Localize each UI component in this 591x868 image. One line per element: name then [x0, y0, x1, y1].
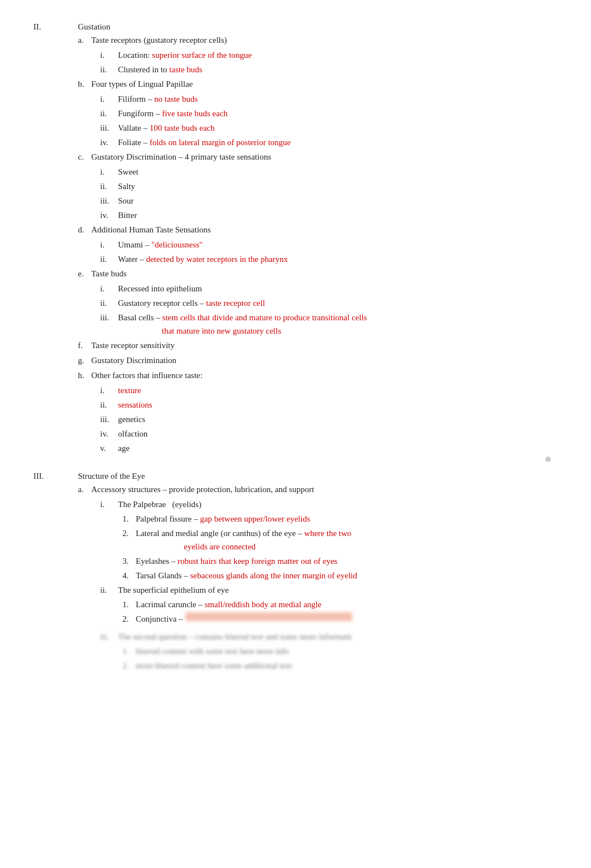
item-sour: iii. Sour [100, 194, 558, 207]
item-blurred-2: 2. more blurred content here some additi… [122, 659, 558, 672]
label-iii-a: a. [78, 483, 89, 496]
vallate-text: Vallate – 100 taste buds each [118, 121, 215, 135]
item-genetics: iii. genetics [100, 413, 558, 426]
blurred-iii-text: The second question – contains blurred t… [118, 630, 352, 643]
item-olfaction: iv. olfaction [100, 427, 558, 440]
genetics-text: genetics [118, 413, 145, 426]
item-b-text: Four types of Lingual Papillae [91, 77, 193, 91]
palpebrae-text: The Palpebrae (eyelids) [118, 498, 201, 511]
canthus-text: Lateral and medial angle (or canthus) of… [136, 527, 351, 553]
label-palpebrae: i. [100, 498, 116, 511]
label-c: c. [78, 150, 89, 163]
item-superficial: ii. The superficial epithelium of eye [100, 583, 558, 597]
label-d: d. [78, 223, 89, 236]
item-recessed: i. Recessed into epithelium [100, 282, 558, 295]
lacrimal-text: Lacrimal caruncle – small/reddish body a… [136, 598, 322, 611]
bitter-text: Bitter [118, 209, 137, 222]
roman-numeral-ii: II. [33, 22, 78, 456]
foliate-text: Foliate – folds on lateral margin of pos… [118, 136, 291, 149]
eyelashes-red: robust hairs that keep foreign matter ou… [178, 557, 337, 566]
item-g: g. Gustatory Discrimination [78, 354, 558, 367]
basal-text: Basal cells – stem cells that divide and… [118, 311, 367, 338]
item-palpebrae: i. The Palpebrae (eyelids) [100, 498, 558, 511]
item-water: ii. Water – detected by water receptors … [100, 252, 558, 266]
item-gustatory-cells: ii. Gustatory receptor cells – taste rec… [100, 296, 558, 310]
item-a1: a. Taste receptors (gustatory receptor c… [78, 33, 558, 47]
label-basal: iii. [100, 311, 116, 338]
sour-text: Sour [118, 194, 134, 207]
filiform-red: no taste buds [154, 95, 198, 103]
label-superficial: ii. [100, 583, 116, 597]
item-ii-clustered: ii. Clustered in to taste buds [100, 63, 558, 76]
section-ii: II. Gustation a. Taste receptors (gustat… [33, 22, 558, 456]
item-vallate: iii. Vallate – 100 taste buds each [100, 121, 558, 135]
label-a1: a. [78, 33, 89, 47]
item-i-location: i. Location: superior surface of the ton… [100, 48, 558, 62]
item-i-location-text: Location: superior surface of the tongue [118, 48, 252, 62]
olfaction-text: olfaction [118, 427, 147, 440]
fungiform-text: Fungiform – five taste buds each [118, 107, 228, 120]
item-e: e. Taste buds [78, 267, 558, 280]
label-blurred-2: 2. [122, 659, 134, 672]
scroll-indicator[interactable] [545, 457, 551, 462]
item-c-text: Gustatory Discrimination – 4 primary tas… [91, 150, 271, 163]
vallate-red: 100 taste buds each [150, 123, 215, 132]
item-conjunctiva: 2. Conjunctiva – [122, 612, 558, 626]
conjunctiva-blurred [185, 612, 352, 621]
item-h-text: Other factors that influence taste: [91, 369, 203, 382]
label-palf: 1. [122, 512, 134, 525]
label-bitter: iv. [100, 209, 116, 222]
label-b: b. [78, 77, 89, 91]
filiform-text: Filiform – no taste buds [118, 92, 198, 106]
label-g: g. [78, 354, 89, 367]
taste-buds-red: taste buds [169, 65, 203, 74]
label-canthus: 2. [122, 527, 134, 553]
foliate-red: folds on lateral margin of posterior ton… [150, 138, 291, 147]
item-sweet: i. Sweet [100, 165, 558, 178]
label-filiform: i. [100, 92, 116, 106]
label-texture: i. [100, 384, 116, 397]
umami-text: Umami – "deliciousness" [118, 238, 203, 251]
item-iii-a: a. Accessory structures – provide protec… [78, 483, 558, 496]
gust-cells-red: taste receptor cell [206, 299, 265, 307]
label-h: h. [78, 369, 89, 382]
label-gust-cells: ii. [100, 296, 116, 310]
item-bitter: iv. Bitter [100, 209, 558, 222]
label-sweet: i. [100, 165, 116, 178]
location-red: superior surface of the tongue [152, 51, 252, 59]
lacrimal-red: small/reddish body at medial angle [205, 600, 322, 609]
blurred-1-text: blurred content with some text here more… [136, 644, 289, 658]
age-text: age [118, 442, 130, 455]
label-blurred-iii: iii. [100, 630, 116, 643]
section-ii-title: Gustation [78, 22, 558, 32]
item-g-text: Gustatory Discrimination [91, 354, 176, 367]
item-texture: i. texture [100, 384, 558, 397]
label-water: ii. [100, 252, 116, 266]
label-fungiform: ii. [100, 107, 116, 120]
conjunctiva-text: Conjunctiva – [136, 612, 183, 626]
item-d: d. Additional Human Taste Sensations [78, 223, 558, 236]
label-tarsal: 4. [122, 569, 134, 582]
umami-red: "deliciousness" [151, 240, 203, 249]
label-recessed: i. [100, 282, 116, 295]
label-olfaction: iv. [100, 427, 116, 440]
item-eyelashes: 3. Eyelashes – robust hairs that keep fo… [122, 554, 558, 568]
label-salty: ii. [100, 180, 116, 193]
item-b: b. Four types of Lingual Papillae [78, 77, 558, 91]
item-umami: i. Umami – "deliciousness" [100, 238, 558, 251]
label-f: f. [78, 339, 89, 352]
label-lacrimal: 1. [122, 598, 134, 611]
item-blurred-iii: iii. The second question – contains blur… [100, 630, 558, 643]
label-umami: i. [100, 238, 116, 251]
item-c: c. Gustatory Discrimination – 4 primary … [78, 150, 558, 163]
item-a1-text: Taste receptors (gustatory receptor cell… [91, 33, 227, 47]
section-iii-title: Structure of the Eye [78, 472, 558, 481]
eyelashes-text: Eyelashes – robust hairs that keep forei… [136, 554, 337, 568]
label-e: e. [78, 267, 89, 280]
item-canthus: 2. Lateral and medial angle (or canthus)… [122, 527, 558, 553]
canthus-red: where the two eyelids are connected [136, 529, 351, 551]
fungiform-red: five taste buds each [162, 109, 228, 118]
label-i-loc: i. [100, 48, 116, 62]
item-iii-a-text: Accessory structures – provide protectio… [91, 483, 314, 496]
roman-numeral-iii: III. [33, 472, 78, 673]
